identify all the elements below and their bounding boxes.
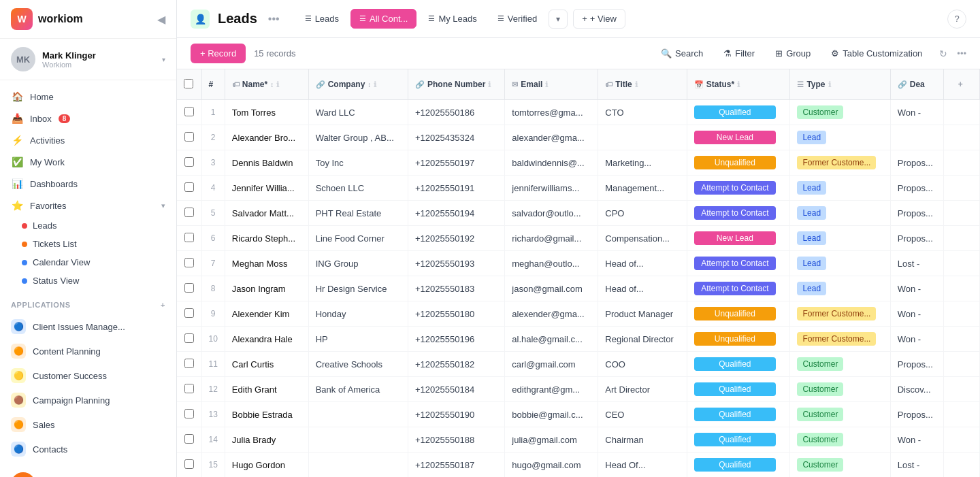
company-sort-icon[interactable]: ↕	[368, 81, 371, 88]
add-view-button[interactable]: + + View	[573, 9, 625, 29]
col-title[interactable]: 🏷 Title ℹ	[598, 69, 687, 100]
cell-status[interactable]: Qualified	[687, 352, 790, 377]
sidebar-item-mywork[interactable]: ✅ My Work	[0, 151, 176, 173]
status-info-icon[interactable]: ℹ	[737, 80, 740, 89]
app-item-content-planning[interactable]: 🟠 Content Planning	[0, 339, 176, 363]
cell-status[interactable]: Qualified	[687, 427, 790, 453]
row-checkbox[interactable]	[177, 176, 201, 201]
table-customization-button[interactable]: ⚙ Table Customization	[823, 44, 930, 63]
col-add[interactable]: +	[944, 69, 980, 100]
row-checkbox[interactable]	[177, 377, 201, 402]
app-item-campaign-planning[interactable]: 🟤 Campaign Planning	[0, 388, 176, 412]
row-select-checkbox[interactable]	[184, 359, 194, 368]
row-checkbox[interactable]	[177, 301, 201, 327]
cell-status[interactable]: Unqualified	[687, 301, 790, 327]
row-select-checkbox[interactable]	[184, 333, 194, 343]
cell-status[interactable]: Qualified	[687, 453, 790, 478]
row-checkbox[interactable]	[177, 453, 201, 478]
table-row[interactable]: 4 Jennifer Willia... Schoen LLC +1202555…	[177, 176, 980, 201]
row-checkbox[interactable]	[177, 100, 201, 125]
cell-name[interactable]: Jennifer Willia...	[225, 176, 308, 201]
type-info-icon[interactable]: ℹ	[828, 80, 831, 89]
cell-status[interactable]: Qualified	[687, 100, 790, 125]
help-button[interactable]: ?	[947, 10, 966, 29]
cell-name[interactable]: Alexender Kim	[225, 301, 308, 327]
sidebar-item-dashboards[interactable]: 📊 Dashboards	[0, 173, 176, 195]
app-item-sales[interactable]: 🟠 Sales	[0, 412, 176, 437]
row-checkbox[interactable]	[177, 201, 201, 226]
cell-status[interactable]: Attempt to Contact	[687, 251, 790, 276]
toolbar-more-button[interactable]: •••	[957, 48, 966, 59]
row-select-checkbox[interactable]	[184, 182, 194, 192]
name-sort-icon[interactable]: ↕	[270, 81, 274, 88]
app-item-client-issues[interactable]: 🔵 Client Issues Manage...	[0, 314, 176, 339]
row-select-checkbox[interactable]	[184, 132, 194, 142]
sidebar-item-home[interactable]: 🏠 Home	[0, 86, 176, 108]
col-deal[interactable]: 🔗 Dea	[890, 69, 944, 100]
cell-status[interactable]: Attempt to Contact	[687, 201, 790, 226]
select-all-checkbox[interactable]	[184, 79, 193, 88]
tab-verified[interactable]: ☰ Verified	[489, 9, 546, 29]
table-row[interactable]: 5 Salvador Matt... PHT Real Estate +1202…	[177, 201, 980, 226]
cell-status[interactable]: Attempt to Contact	[687, 176, 790, 201]
row-select-checkbox[interactable]	[184, 233, 194, 242]
row-checkbox[interactable]	[177, 276, 201, 301]
table-row[interactable]: 6 Ricardo Steph... Line Food Corner +120…	[177, 226, 980, 251]
row-select-checkbox[interactable]	[184, 258, 194, 267]
table-row[interactable]: 11 Carl Curtis Creative Schools +1202555…	[177, 352, 980, 377]
row-select-checkbox[interactable]	[184, 308, 194, 318]
tab-leads[interactable]: ☰ Leads	[296, 9, 348, 29]
table-row[interactable]: 14 Julia Brady +12025550188 julia@gmail.…	[177, 427, 980, 453]
favorites-item-tickets[interactable]: Tickets List	[0, 235, 176, 253]
row-select-checkbox[interactable]	[184, 157, 194, 167]
filter-button[interactable]: ⚗ Filter	[716, 44, 762, 63]
table-row[interactable]: 2 Alexander Bro... Walter Group , AB... …	[177, 125, 980, 150]
cell-status[interactable]: Qualified	[687, 402, 790, 427]
sidebar-item-inbox[interactable]: 📥 Inbox 8	[0, 108, 176, 129]
company-info-icon[interactable]: ℹ	[374, 80, 376, 89]
cell-status[interactable]: New Lead	[687, 125, 790, 150]
cell-name[interactable]: Meghan Moss	[225, 251, 308, 276]
cell-name[interactable]: Julia Brady	[225, 427, 308, 453]
col-type[interactable]: ☰ Type ℹ	[790, 69, 890, 100]
tab-all-contacts[interactable]: ☰ All Cont...	[350, 9, 416, 29]
favorites-item-status[interactable]: Status View	[0, 272, 176, 290]
sidebar-item-activities[interactable]: ⚡ Activities	[0, 129, 176, 151]
col-name[interactable]: 🏷 Name* ↕ ℹ	[225, 69, 308, 100]
cell-name[interactable]: Tom Torres	[225, 100, 308, 125]
row-select-checkbox[interactable]	[184, 434, 194, 444]
table-row[interactable]: 1 Tom Torres Ward LLC +12025550186 tomto…	[177, 100, 980, 125]
cell-name[interactable]: Alexander Bro...	[225, 125, 308, 150]
app-item-contacts[interactable]: 🔵 Contacts	[0, 437, 176, 461]
cell-name[interactable]: Salvador Matt...	[225, 201, 308, 226]
app-item-customer-success[interactable]: 🟡 Customer Success	[0, 363, 176, 388]
chat-button[interactable]: 💬	[11, 472, 35, 477]
search-button[interactable]: 🔍 Search	[653, 44, 710, 63]
page-more-button[interactable]: •••	[265, 10, 282, 28]
cell-name[interactable]: Jason Ingram	[225, 276, 308, 301]
cell-name[interactable]: Hugo Gordon	[225, 453, 308, 478]
row-checkbox[interactable]	[177, 150, 201, 176]
row-checkbox[interactable]	[177, 226, 201, 251]
table-row[interactable]: 9 Alexender Kim Honday +12025550180 alex…	[177, 301, 980, 327]
cell-status[interactable]: Attempt to Contact	[687, 276, 790, 301]
sidebar-item-favorites[interactable]: ⭐ Favorites ▾	[0, 195, 176, 216]
row-select-checkbox[interactable]	[184, 384, 194, 393]
table-row[interactable]: 12 Edith Grant Bank of America +12025550…	[177, 377, 980, 402]
favorites-item-leads[interactable]: Leads	[0, 216, 176, 235]
row-checkbox[interactable]	[177, 251, 201, 276]
col-company[interactable]: 🔗 Company ↕ ℹ	[308, 69, 408, 100]
tab-more-button[interactable]: ▾	[549, 10, 568, 29]
email-info-icon[interactable]: ℹ	[545, 80, 548, 89]
table-row[interactable]: 8 Jason Ingram Hr Design Service +120255…	[177, 276, 980, 301]
table-row[interactable]: 15 Hugo Gordon +12025550187 hugo@gmail.c…	[177, 453, 980, 478]
row-select-checkbox[interactable]	[184, 283, 194, 293]
group-button[interactable]: ⊞ Group	[768, 44, 818, 63]
cell-name[interactable]: Alexandra Hale	[225, 327, 308, 352]
cell-status[interactable]: Qualified	[687, 377, 790, 402]
title-info-icon[interactable]: ℹ	[635, 80, 638, 89]
sidebar-collapse-button[interactable]: ◀	[157, 13, 165, 26]
tab-my-leads[interactable]: ☰ My Leads	[419, 9, 485, 29]
cell-status[interactable]: New Lead	[687, 226, 790, 251]
table-row[interactable]: 13 Bobbie Estrada +12025550190 bobbie@gm…	[177, 402, 980, 427]
